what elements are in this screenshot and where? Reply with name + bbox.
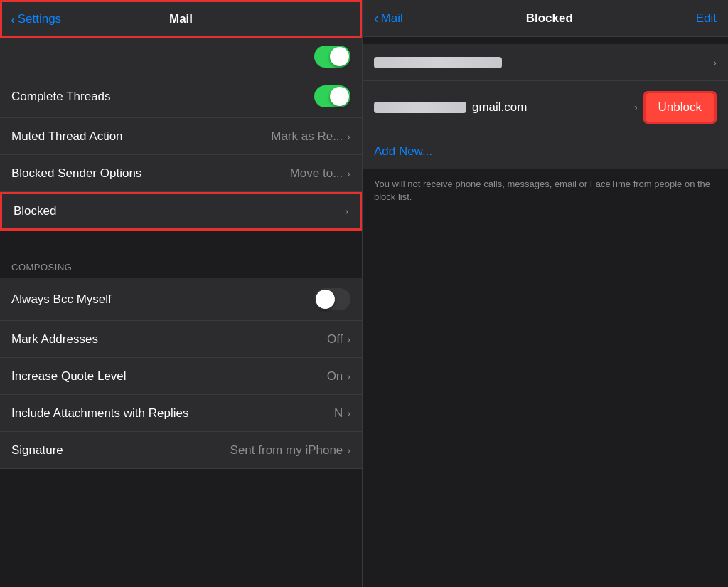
blocked-item-1[interactable]: ›: [363, 44, 728, 81]
blocked-item-2-info: gmail.com: [374, 100, 634, 115]
blocked-list: › gmail.com › Unblock: [363, 44, 728, 134]
top-toggle[interactable]: [314, 46, 350, 68]
blocked-sender-label: Blocked Sender Options: [11, 166, 141, 181]
blocked-sender-chevron-icon: ›: [347, 168, 350, 179]
mail-header: ‹ Settings Mail: [0, 0, 362, 38]
signature-item[interactable]: Signature Sent from my iPhone ›: [0, 432, 362, 469]
blocked-description: You will not receive phone calls, messag…: [363, 169, 728, 212]
settings-back-label: Settings: [18, 12, 61, 26]
blocked-sender-value: Move to...: [290, 166, 343, 181]
signature-chevron-icon: ›: [347, 445, 350, 456]
blocked-title: Blocked: [526, 11, 573, 26]
settings-list: Complete Threads Muted Thread Action Mar…: [0, 38, 362, 587]
increase-quote-label: Increase Quote Level: [11, 369, 127, 384]
add-new-button[interactable]: Add New...: [363, 134, 728, 169]
include-attachments-chevron-icon: ›: [347, 408, 350, 419]
blocked-header: ‹ Mail Blocked Edit: [363, 0, 728, 37]
blocked-sender-options-item[interactable]: Blocked Sender Options Move to... ›: [0, 155, 362, 192]
always-bcc-toggle[interactable]: [314, 288, 350, 310]
blocked-email-2-suffix: gmail.com: [472, 100, 527, 115]
complete-threads-knob: [330, 87, 349, 106]
increase-quote-item[interactable]: Increase Quote Level On ›: [0, 358, 362, 395]
unblock-btn-wrapper: Unblock: [643, 91, 717, 124]
blocked-sender-right: Move to... ›: [290, 166, 350, 181]
blocked-item-1-info: [374, 57, 713, 68]
mark-addresses-item[interactable]: Mark Addresses Off ›: [0, 321, 362, 358]
include-attachments-label: Include Attachments with Replies: [11, 406, 188, 421]
back-chevron-icon: ‹: [11, 11, 16, 28]
complete-threads-toggle[interactable]: [314, 85, 350, 107]
mail-back-label: Mail: [381, 11, 403, 26]
edit-button[interactable]: Edit: [696, 11, 717, 26]
blocked-item[interactable]: Blocked ›: [0, 192, 362, 231]
blocked-item-1-chevron-icon: ›: [713, 57, 717, 68]
muted-thread-right: Mark as Re... ›: [271, 129, 350, 144]
muted-thread-chevron-icon: ›: [347, 131, 350, 142]
signature-value: Sent from my iPhone: [230, 443, 343, 458]
left-panel: ‹ Settings Mail Complete Threads Muted T…: [0, 0, 363, 587]
unblock-button[interactable]: Unblock: [646, 93, 714, 122]
include-attachments-value: N: [334, 406, 343, 421]
mail-back-button[interactable]: ‹ Mail: [374, 10, 403, 26]
right-body: [363, 212, 728, 587]
increase-quote-chevron-icon: ›: [347, 371, 350, 382]
signature-right: Sent from my iPhone ›: [230, 443, 350, 458]
blocked-item-2-chevron-icon: ›: [634, 102, 638, 113]
composing-section-header: COMPOSING: [0, 248, 362, 278]
mail-back-chevron-icon: ‹: [374, 10, 379, 26]
mark-addresses-label: Mark Addresses: [11, 332, 98, 347]
muted-thread-value: Mark as Re...: [271, 129, 343, 144]
complete-threads-item[interactable]: Complete Threads: [0, 75, 362, 118]
signature-label: Signature: [11, 443, 63, 458]
mark-addresses-value: Off: [327, 332, 343, 347]
mail-header-title: Mail: [169, 12, 193, 26]
top-toggle-row: [0, 38, 362, 75]
redacted-email-2: [374, 102, 466, 113]
composing-gap: [0, 231, 362, 248]
top-toggle-knob: [330, 47, 349, 66]
always-bcc-label: Always Bcc Myself: [11, 292, 112, 307]
always-bcc-knob: [316, 290, 335, 309]
blocked-item-2[interactable]: gmail.com › Unblock: [363, 81, 728, 134]
blocked-label: Blocked: [14, 204, 56, 218]
muted-thread-action-item[interactable]: Muted Thread Action Mark as Re... ›: [0, 118, 362, 155]
always-bcc-item[interactable]: Always Bcc Myself: [0, 278, 362, 321]
blocked-item-2-right: › Unblock: [634, 91, 717, 124]
right-panel: ‹ Mail Blocked Edit › gmail.com ›: [363, 0, 728, 587]
include-attachments-item[interactable]: Include Attachments with Replies N ›: [0, 395, 362, 432]
settings-back-button[interactable]: ‹ Settings: [11, 11, 61, 28]
redacted-email-1: [374, 57, 502, 68]
increase-quote-value: On: [327, 369, 343, 384]
blocked-item-1-right: ›: [713, 57, 717, 68]
blocked-chevron-icon: ›: [345, 206, 348, 217]
complete-threads-label: Complete Threads: [11, 90, 111, 104]
increase-quote-right: On ›: [327, 369, 350, 384]
include-attachments-right: N ›: [334, 406, 350, 421]
mark-addresses-chevron-icon: ›: [347, 334, 350, 345]
muted-thread-label: Muted Thread Action: [11, 129, 123, 144]
blocked-right: ›: [345, 206, 348, 217]
right-top-gap: [363, 37, 728, 44]
mark-addresses-right: Off ›: [327, 332, 350, 347]
